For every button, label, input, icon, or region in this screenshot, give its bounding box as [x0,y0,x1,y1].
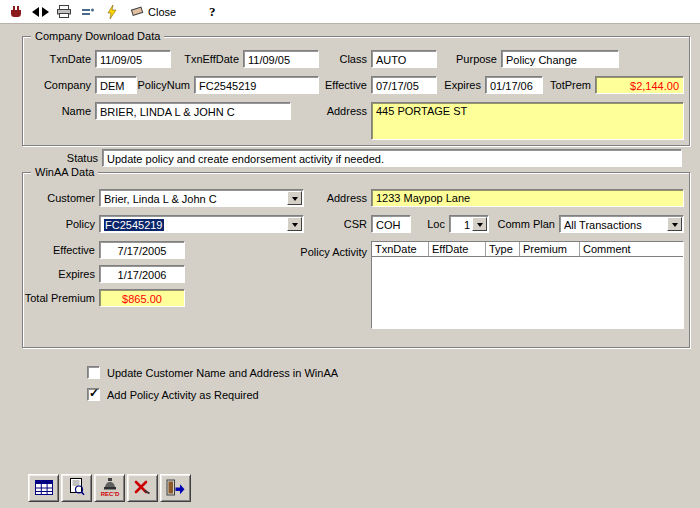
column-header-txndate[interactable]: TxnDate [372,242,429,257]
loc-label: Loc [419,217,445,231]
name-label: Name [31,104,91,118]
print-icon[interactable] [54,2,74,22]
chevron-down-icon[interactable] [287,191,302,205]
customer-dropdown[interactable]: Brier, Linda L & John C [99,189,304,207]
company-field[interactable]: DEM [95,76,137,94]
winaa-effective-field[interactable]: 7/17/2005 [99,241,185,259]
winaa-address-label: Address [325,191,367,205]
status-label: Status [58,151,98,165]
column-header-comment[interactable]: Comment [580,242,683,257]
winaa-group: WinAA Data Customer Brier, Linda L & Joh… [22,172,690,348]
purpose-field[interactable]: Policy Change [501,50,619,68]
chevron-down-icon[interactable] [287,217,302,231]
checkbox-unchecked[interactable] [87,366,100,379]
top-toolbar: Close ? [0,0,700,24]
totprem-label: TotPrem [545,78,591,92]
column-header-premium[interactable]: Premium [520,242,580,257]
csr-field[interactable]: COH [371,215,411,233]
customer-label: Customer [35,191,95,205]
winaa-expires-label: Expires [35,267,95,281]
group-title-winaa: WinAA Data [31,165,98,179]
chevron-down-icon[interactable] [472,217,487,231]
download-address-field[interactable]: 445 PORTAGE ST [371,102,684,140]
totprem-field[interactable]: $2,144.00 [595,76,684,94]
preview-button[interactable] [61,474,92,502]
status-field[interactable]: Update policy and create endorsement act… [102,149,682,167]
close-icon [130,5,144,19]
policy-value-selected: FC2545219 [104,219,164,231]
expires-label: Expires [441,78,481,92]
purpose-label: Purpose [447,52,497,66]
exit-button[interactable] [160,474,191,502]
update-customer-checkbox[interactable]: Update Customer Name and Address in WinA… [87,366,338,379]
transfer-icon[interactable] [30,2,50,22]
class-label: Class [325,52,367,66]
list-icon[interactable] [78,2,98,22]
policynum-label: PolicyNum [137,78,190,92]
policy-activity-label: Policy Activity [299,245,367,259]
application-window: Close ? Company Download Data TxnDate 11… [0,0,700,508]
add-activity-checkbox-label: Add Policy Activity as Required [107,389,259,401]
grid-button[interactable] [28,474,59,502]
received-stamp-button[interactable]: REC'D [94,474,125,502]
column-header-type[interactable]: Type [486,242,520,257]
policy-label: Policy [35,217,95,231]
policy-dropdown[interactable]: FC2545219 [99,215,304,233]
txneffdate-label: TxnEffDate [175,52,239,66]
delete-button[interactable] [127,474,158,502]
csr-label: CSR [335,217,367,231]
comm-plan-dropdown[interactable]: All Transactions [559,215,684,233]
policy-activity-header: TxnDate EffDate Type Premium Comment [372,242,683,257]
exit-door-icon [166,479,185,498]
column-header-effdate[interactable]: EffDate [429,242,486,257]
chevron-down-icon[interactable] [667,217,682,231]
effective-field[interactable]: 07/17/05 [371,76,437,94]
print-preview-icon [69,478,85,498]
comm-plan-label: Comm Plan [495,217,555,231]
add-activity-checkbox[interactable]: ✓ Add Policy Activity as Required [87,388,259,401]
help-icon[interactable]: ? [202,2,222,22]
lightning-icon[interactable] [102,2,122,22]
txneffdate-field[interactable]: 11/09/05 [243,50,319,68]
txndate-field[interactable]: 11/09/05 [95,50,171,68]
red-x-icon [134,480,151,497]
policy-activity-table[interactable]: TxnDate EffDate Type Premium Comment [371,241,684,329]
winaa-expires-field[interactable]: 1/17/2006 [99,265,185,283]
txndate-label: TxnDate [31,52,91,66]
app-icon[interactable] [6,2,26,22]
update-customer-checkbox-label: Update Customer Name and Address in WinA… [107,367,338,379]
winaa-effective-label: Effective [35,243,95,257]
customer-value: Brier, Linda L & John C [104,193,217,205]
policynum-field[interactable]: FC2545219 [194,76,319,94]
total-premium-label: Total Premium [23,291,95,305]
loc-value: 1 [464,219,470,231]
comm-plan-value: All Transactions [564,219,642,231]
close-button[interactable]: Close [126,2,180,22]
group-title-company-download: Company Download Data [31,29,164,43]
total-premium-field[interactable]: $865.00 [99,289,185,307]
checkbox-checked[interactable]: ✓ [87,388,100,401]
loc-dropdown[interactable]: 1 [449,215,489,233]
company-label: Company [31,78,91,92]
check-icon: ✓ [89,386,99,400]
effective-label: Effective [325,78,367,92]
svg-text:REC'D: REC'D [100,490,119,496]
winaa-address-field[interactable]: 1233 Maypop Lane [371,189,684,207]
close-button-label: Close [148,6,176,18]
received-stamp-icon: REC'D [98,478,122,499]
company-download-group: Company Download Data TxnDate 11/09/05 T… [22,36,690,146]
policy-activity-rows[interactable] [372,257,683,328]
address-label: Address [325,104,367,118]
name-field[interactable]: BRIER, LINDA L & JOHN C [95,102,291,120]
table-grid-icon [35,480,53,497]
class-field[interactable]: AUTO [371,50,437,68]
expires-field[interactable]: 01/17/06 [485,76,543,94]
